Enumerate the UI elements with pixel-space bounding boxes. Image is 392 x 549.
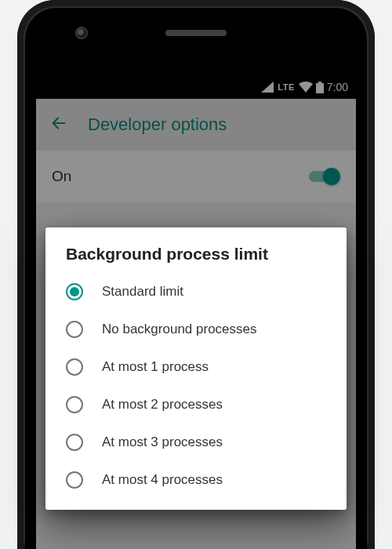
dialog-title: Background process limit xyxy=(45,245,347,273)
speaker-grille xyxy=(165,30,227,36)
option-label: At most 3 processes xyxy=(102,434,223,450)
option-row[interactable]: No background processes xyxy=(45,311,347,348)
battery-icon xyxy=(316,82,324,93)
option-row[interactable]: At most 4 processes xyxy=(45,461,347,499)
status-bar: LTE 7:00 xyxy=(36,75,356,99)
switch-track xyxy=(309,171,337,182)
option-label: Standard limit xyxy=(102,284,183,300)
svg-rect-1 xyxy=(318,82,321,83)
radio-icon[interactable] xyxy=(66,321,83,338)
front-camera xyxy=(75,27,88,39)
option-row[interactable]: At most 2 processes xyxy=(45,386,347,424)
switch-thumb xyxy=(323,168,340,185)
radio-icon[interactable] xyxy=(66,358,83,376)
clock-label: 7:00 xyxy=(327,81,348,93)
option-row[interactable]: At most 3 processes xyxy=(45,424,347,461)
radio-icon[interactable] xyxy=(66,283,83,300)
master-toggle-label: On xyxy=(52,168,71,185)
option-label: At most 2 processes xyxy=(102,397,223,413)
option-row[interactable]: At most 1 process xyxy=(45,348,347,386)
radio-icon[interactable] xyxy=(66,396,83,413)
back-arrow-icon[interactable] xyxy=(50,115,67,135)
master-toggle-switch[interactable] xyxy=(309,167,340,186)
option-label: At most 1 process xyxy=(102,359,209,375)
wifi-icon xyxy=(299,82,313,93)
cellular-signal-icon xyxy=(261,82,274,93)
network-type-label: LTE xyxy=(278,82,294,92)
app-bar: Developer options xyxy=(36,99,356,151)
option-label: No background processes xyxy=(102,322,257,337)
process-limit-dialog: Background process limit Standard limitN… xyxy=(45,227,347,510)
master-toggle-row[interactable]: On xyxy=(36,151,356,202)
svg-rect-0 xyxy=(316,83,324,93)
option-row[interactable]: Standard limit xyxy=(45,273,347,311)
appbar-title: Developer options xyxy=(88,115,227,135)
option-label: At most 4 processes xyxy=(102,472,223,488)
radio-icon[interactable] xyxy=(66,434,83,451)
radio-icon[interactable] xyxy=(66,471,83,489)
